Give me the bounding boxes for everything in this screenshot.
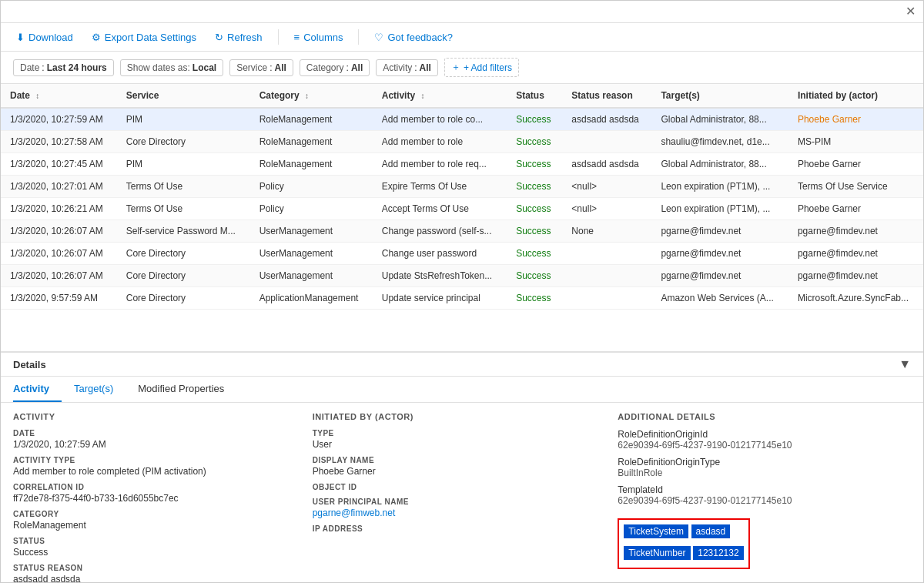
collapse-button[interactable]: ▼ xyxy=(899,357,911,371)
col-category[interactable]: Category ↕ xyxy=(250,84,373,108)
cell-row2-col5: asdsadd asdsda xyxy=(562,153,651,176)
cell-row4-col0: 1/3/2020, 10:26:21 AM xyxy=(1,198,117,220)
col-actor[interactable]: Initiated by (actor) xyxy=(788,84,923,108)
main-window: ✕ ⬇ Download ⚙ Export Data Settings ↻ Re… xyxy=(0,0,924,583)
close-button[interactable]: ✕ xyxy=(906,5,916,18)
refresh-label: Refresh xyxy=(227,32,263,43)
download-button[interactable]: ⬇ Download xyxy=(13,30,76,45)
activity-filter-label: Activity xyxy=(383,62,412,73)
cell-row6-col1: Core Directory xyxy=(117,243,250,265)
col-status-reason[interactable]: Status reason xyxy=(562,84,651,108)
cell-row6-col3: Change user password xyxy=(373,243,507,265)
cell-row3-col1: Terms Of Use xyxy=(117,176,250,198)
cell-row8-col7: Microsoft.Azure.SyncFab... xyxy=(788,287,923,310)
cell-row7-col2: UserManagement xyxy=(250,265,373,287)
cell-row0-col5: asdsadd asdsda xyxy=(562,108,651,131)
cell-row0-col7: Phoebe Garner xyxy=(788,108,923,131)
additional-col-title: ADDITIONAL DETAILS xyxy=(618,412,899,421)
ticket-system-group: TicketSystem asdasd xyxy=(624,524,743,541)
feedback-button[interactable]: ♡ Got feedback? xyxy=(371,30,456,45)
cell-row4-col1: Terms Of Use xyxy=(117,198,250,220)
cell-row4-col5: <null> xyxy=(562,198,651,220)
cell-row0-col0: 1/3/2020, 10:27:59 AM xyxy=(1,108,117,131)
service-filter[interactable]: Service : All xyxy=(229,59,293,76)
cell-row6-col7: pgarne@fimdev.net xyxy=(788,243,923,265)
columns-button[interactable]: ≡ Columns xyxy=(291,30,346,45)
cell-row0-col6: Global Administrator, 88... xyxy=(651,108,788,131)
date-filter[interactable]: Date : Last 24 hours xyxy=(13,59,114,76)
separator2 xyxy=(358,29,359,45)
cell-row1-col7: MS-PIM xyxy=(788,131,923,153)
highlight-box: TicketSystem asdasd TicketNumber 1231213… xyxy=(618,518,749,569)
col-activity[interactable]: Activity ↕ xyxy=(373,84,507,108)
service-filter-value: All xyxy=(275,62,286,73)
cell-row0-col1: PIM xyxy=(117,108,250,131)
cell-row0-col2: RoleManagement xyxy=(250,108,373,131)
tab-targets[interactable]: Target(s) xyxy=(74,377,126,402)
table-header-row: Date ↕ Service Category ↕ Activity ↕ Sta… xyxy=(1,84,923,108)
title-bar: ✕ xyxy=(1,1,923,23)
cell-row8-col0: 1/3/2020, 9:57:59 AM xyxy=(1,287,117,310)
detail-correlation-id: CORRELATION ID ff72de78-f375-44f0-b733-1… xyxy=(13,483,300,504)
cell-row7-col7: pgarne@fimdev.net xyxy=(788,265,923,287)
cell-row3-col5: <null> xyxy=(562,176,651,198)
cell-row4-col7: Phoebe Garner xyxy=(788,198,923,220)
tab-modified-properties[interactable]: Modified Properties xyxy=(138,377,236,402)
table-body: 1/3/2020, 10:27:59 AMPIMRoleManagementAd… xyxy=(1,108,923,310)
show-dates-filter[interactable]: Show dates as: Local xyxy=(120,59,223,76)
toolbar: ⬇ Download ⚙ Export Data Settings ↻ Refr… xyxy=(1,23,923,52)
cell-row7-col1: Core Directory xyxy=(117,265,250,287)
additional-template-id: TemplateId 62e90394-69f5-4237-9190-01217… xyxy=(618,484,899,506)
table-row[interactable]: 1/3/2020, 10:26:07 AMCore DirectoryUserM… xyxy=(1,265,923,287)
cell-row5-col0: 1/3/2020, 10:26:07 AM xyxy=(1,220,117,243)
table-row[interactable]: 1/3/2020, 10:27:01 AMTerms Of UsePolicyE… xyxy=(1,176,923,198)
cell-row1-col5 xyxy=(562,131,651,153)
cell-row6-col2: UserManagement xyxy=(250,243,373,265)
table-row[interactable]: 1/3/2020, 9:57:59 AMCore DirectoryApplic… xyxy=(1,287,923,310)
table-row[interactable]: 1/3/2020, 10:26:07 AMSelf-service Passwo… xyxy=(1,220,923,243)
col-service[interactable]: Service xyxy=(117,84,250,108)
cell-row8-col1: Core Directory xyxy=(117,287,250,310)
ticket-number-group: TicketNumber 12312132 xyxy=(624,546,743,563)
ticket-number-label: TicketNumber xyxy=(624,546,690,560)
category-filter[interactable]: Category : All xyxy=(300,59,370,76)
detail-correlation-id-value: ff72de78-f375-44f0-b733-16d6055bc7ec xyxy=(13,493,300,504)
table-container: Date ↕ Service Category ↕ Activity ↕ Sta… xyxy=(1,84,923,351)
activity-filter[interactable]: Activity : All xyxy=(376,59,438,76)
cell-row2-col1: PIM xyxy=(117,153,250,176)
col-date[interactable]: Date ↕ xyxy=(1,84,117,108)
export-button[interactable]: ⚙ Export Data Settings xyxy=(89,30,199,45)
detail-status-value: Success xyxy=(13,547,300,558)
detail-status: STATUS Success xyxy=(13,537,300,558)
table-row[interactable]: 1/3/2020, 10:26:07 AMCore DirectoryUserM… xyxy=(1,243,923,265)
additional-column: ADDITIONAL DETAILS RoleDefinitionOriginI… xyxy=(611,412,911,582)
details-header: Details ▼ xyxy=(1,353,923,377)
service-filter-sep: : xyxy=(270,62,272,73)
cell-row3-col6: Leon expiration (PT1M), ... xyxy=(651,176,788,198)
tab-activity[interactable]: Activity xyxy=(13,377,62,402)
activity-column: ACTIVITY DATE 1/3/2020, 10:27:59 AM ACTI… xyxy=(13,412,313,582)
actor-column: INITIATED BY (ACTOR) TYPE User DISPLAY N… xyxy=(313,412,612,582)
table-row[interactable]: 1/3/2020, 10:27:45 AMPIMRoleManagementAd… xyxy=(1,153,923,176)
ticket-system-value: asdasd xyxy=(691,524,731,538)
refresh-button[interactable]: ↻ Refresh xyxy=(212,30,266,45)
col-status[interactable]: Status xyxy=(507,84,562,108)
service-filter-label: Service xyxy=(236,62,267,73)
detail-upn-value[interactable]: pgarne@fimweb.net xyxy=(313,508,600,518)
details-content: ACTIVITY DATE 1/3/2020, 10:27:59 AM ACTI… xyxy=(1,403,923,582)
cell-row3-col4: Success xyxy=(507,176,562,198)
cell-row1-col6: shauliu@fimdev.net, d1e... xyxy=(651,131,788,153)
cell-row3-col0: 1/3/2020, 10:27:01 AM xyxy=(1,176,117,198)
detail-activity-type-value: Add member to role completed (PIM activa… xyxy=(13,466,300,477)
filter-bar: Date : Last 24 hours Show dates as: Loca… xyxy=(1,52,923,84)
additional-role-origin-id: RoleDefinitionOriginId 62e90394-69f5-423… xyxy=(618,429,899,451)
cell-row5-col1: Self-service Password M... xyxy=(117,220,250,243)
show-dates-label: Show dates as: xyxy=(127,62,190,73)
add-filter-button[interactable]: ＋ + Add filters xyxy=(444,58,519,77)
table-row[interactable]: 1/3/2020, 10:26:21 AMTerms Of UsePolicyA… xyxy=(1,198,923,220)
cell-row2-col7: Phoebe Garner xyxy=(788,153,923,176)
col-targets[interactable]: Target(s) xyxy=(651,84,788,108)
table-row[interactable]: 1/3/2020, 10:27:59 AMPIMRoleManagementAd… xyxy=(1,108,923,131)
table-row[interactable]: 1/3/2020, 10:27:58 AMCore DirectoryRoleM… xyxy=(1,131,923,153)
cell-row2-col6: Global Administrator, 88... xyxy=(651,153,788,176)
